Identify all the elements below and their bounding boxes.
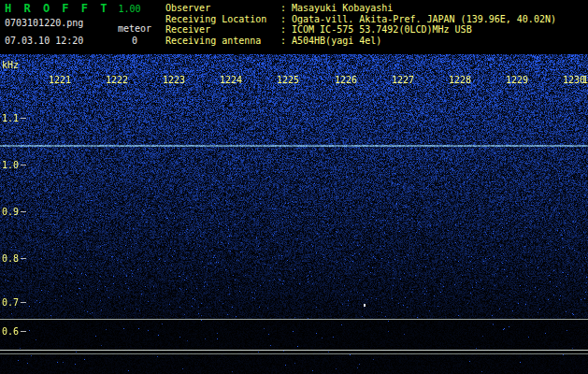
meteor-counter-value: 0 — [132, 36, 137, 46]
freq-tick-mark — [21, 211, 26, 212]
freq-tick-mark — [21, 302, 26, 303]
info-label: Receiving antenna — [165, 36, 280, 47]
time-tick-label: 1225 — [277, 75, 299, 85]
observation-datetime: 07.03.10 12:20 — [5, 36, 83, 46]
info-value: A504HB(yagi 4el) — [292, 36, 381, 47]
freq-axis-unit: kHz — [2, 60, 19, 70]
time-tick-label: 1224 — [220, 75, 242, 85]
info-row-antenna: Receiving antenna:A504HB(yagi 4el) — [165, 36, 556, 47]
time-tick-label: 1231 — [582, 75, 588, 85]
info-separator: : — [280, 3, 292, 14]
hrofft-screen: H R O F F T 1.00 0703101220.png meteor 0… — [0, 0, 588, 374]
time-tick-label: 1223 — [163, 75, 185, 85]
observer-info-block: Observer:Masayuki Kobayashi Receiving Lo… — [165, 3, 556, 46]
app-version: 1.00 — [118, 4, 140, 14]
app-logo-letters: H R O F F T — [5, 2, 109, 15]
freq-tick-mark — [21, 331, 26, 332]
info-label: Receiving Location — [165, 14, 280, 25]
info-value: Masayuki Kobayashi — [292, 3, 393, 14]
meteor-counter-label: meteor — [118, 23, 151, 34]
freq-tick-label: 0.8 — [2, 253, 19, 264]
info-separator: : — [280, 24, 292, 36]
time-tick-label: 1228 — [449, 75, 471, 85]
time-tick-label: 1226 — [335, 75, 357, 85]
output-filename: 0703101220.png — [5, 18, 83, 28]
info-label: Receiver — [165, 24, 280, 36]
info-separator: : — [280, 14, 292, 25]
time-tick-label: 1227 — [392, 75, 414, 85]
freq-tick-label: 1.1 — [2, 113, 19, 123]
freq-tick-label: 0.6 — [2, 326, 19, 337]
freq-tick-mark — [21, 258, 26, 259]
spectrogram-canvas — [0, 54, 588, 374]
info-row-receiver: Receiver:ICOM IC-575 53.7492(0LCD)MHz US… — [165, 24, 556, 36]
time-tick-label: 1221 — [49, 75, 71, 85]
freq-tick-label: 0.9 — [2, 207, 19, 217]
info-separator: : — [280, 36, 292, 47]
freq-tick-label: 0.7 — [2, 297, 19, 308]
info-label: Observer — [165, 3, 280, 14]
freq-tick-label: 1.0 — [2, 160, 19, 170]
time-tick-label: 1222 — [106, 75, 128, 85]
info-value: Ogata-vill. Akita-Pref. JAPAN (139.96E, … — [292, 14, 556, 25]
info-row-location: Receiving Location:Ogata-vill. Akita-Pre… — [165, 14, 556, 25]
freq-tick-mark — [21, 165, 26, 165]
info-row-observer: Observer:Masayuki Kobayashi — [165, 3, 556, 14]
freq-tick-mark — [21, 118, 26, 119]
app-logo: H R O F F T 1.00 — [5, 2, 141, 15]
info-value: ICOM IC-575 53.7492(0LCD)MHz USB — [292, 24, 472, 36]
time-tick-label: 1229 — [506, 75, 528, 85]
